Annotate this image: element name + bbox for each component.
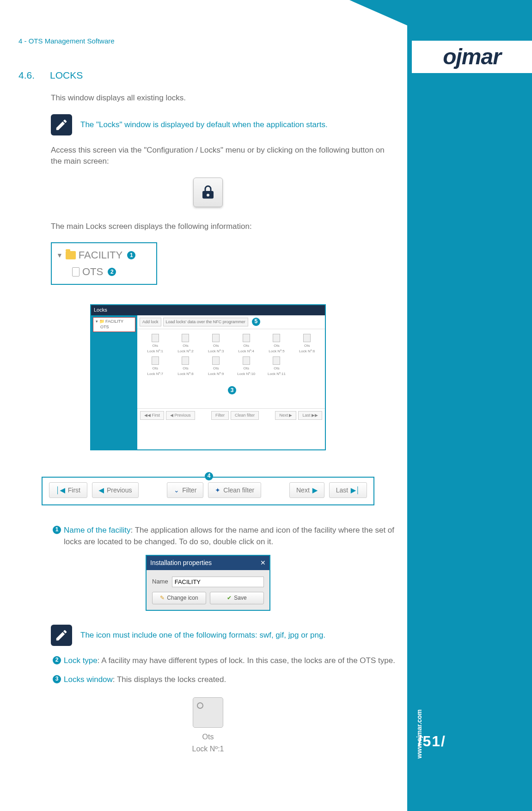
tree-expand-icon: ▼ — [56, 251, 63, 260]
lock-item[interactable]: OtsLock Nº:8 — [172, 356, 199, 376]
lock-item[interactable]: OtsLock Nº:4 — [233, 334, 260, 354]
callout-5-badge: 5 — [252, 318, 260, 326]
mock-filter-button[interactable]: Filter — [211, 411, 229, 420]
mock-clean-button[interactable]: Clean filter — [231, 411, 259, 420]
locks-window-sidebar: ▾ 📁 FACILITY OTS — [91, 315, 137, 449]
locks-window-nav: ◀◀ First ◀ Previous Filter Clean filter … — [137, 408, 325, 422]
brand-logo-text: ojmar — [443, 41, 501, 73]
close-icon[interactable]: ✕ — [260, 558, 266, 567]
bullet-3-badge: 3 — [53, 675, 61, 683]
note-icon — [51, 114, 72, 135]
bullet-2-badge: 2 — [53, 656, 61, 664]
check-icon: ✔ — [227, 594, 232, 602]
lock-item[interactable]: OtsLock Nº:7 — [142, 356, 169, 376]
lock-item[interactable]: OtsLock Nº:9 — [202, 356, 229, 376]
section-title: LOCKS — [50, 70, 83, 80]
installation-properties-dialog: Installation properties ✕ Name ✎Change i… — [146, 555, 270, 611]
bullet-2: 2 Lock type: A facility may have differe… — [51, 655, 397, 667]
lock-item[interactable]: OtsLock Nº:2 — [172, 334, 199, 354]
bullet-3-text: : This displays the locks created. — [113, 675, 226, 684]
callout-4-badge: 4 — [205, 472, 213, 480]
mock-prev-button[interactable]: ◀ Previous — [166, 411, 195, 420]
change-icon-button[interactable]: ✎Change icon — [152, 592, 206, 604]
clean-icon: ✦ — [215, 485, 220, 495]
bullet-1-label: Name of the facility — [64, 526, 131, 535]
mock-next-button[interactable]: Next ▶ — [275, 411, 296, 420]
note-icon — [51, 625, 72, 646]
page-number: /51/ — [418, 731, 446, 752]
bullet-3: 3 Locks window: This displays the locks … — [51, 674, 397, 686]
mock-tree-facility: ▾ 📁 FACILITY — [96, 319, 133, 325]
lock-item[interactable]: OtsLock Nº:1 — [142, 334, 169, 354]
name-label: Name — [152, 578, 168, 586]
dialog-title: Installation properties — [150, 558, 212, 567]
locks-toolbar-button[interactable] — [193, 178, 223, 207]
section-heading: 4.6.LOCKS — [18, 68, 397, 82]
mock-last-button[interactable]: Last ▶▶ — [298, 411, 322, 420]
locks-grid: OtsLock Nº:1OtsLock Nº:2OtsLock Nº:3OtsL… — [137, 329, 325, 381]
note-1-text: The "Locks" window is displayed by defau… — [80, 119, 328, 131]
mock-tree-ots: OTS — [96, 325, 133, 330]
tree-facility-label: FACILITY — [79, 248, 122, 263]
lock-item[interactable]: OtsLock Nº:6 — [294, 334, 320, 354]
funnel-icon: ⌄ — [174, 485, 179, 495]
breadcrumb: 4 - OTS Management Software — [18, 36, 397, 46]
add-lock-button[interactable]: Add lock — [140, 318, 161, 326]
lock-item[interactable]: OtsLock Nº:10 — [233, 356, 260, 376]
single-lock-number: Lock Nº:1 — [18, 743, 397, 754]
clean-filter-button[interactable]: ✦Clean filter — [208, 482, 261, 498]
bullet-1-badge: 1 — [53, 526, 61, 534]
bullet-2-label: Lock type — [64, 656, 98, 665]
access-text: Access this screen via the "Configuratio… — [51, 145, 397, 167]
lock-item[interactable]: OtsLock Nº:11 — [263, 356, 290, 376]
brand-logo: ojmar — [412, 41, 532, 73]
load-locks-button[interactable]: Load locks' data over the NFC programmer — [163, 318, 248, 326]
callout-2-badge: 2 — [108, 268, 116, 276]
locks-window-figure: Locks ▾ 📁 FACILITY OTS Add lock Load loc… — [90, 304, 326, 450]
single-lock-type: Ots — [18, 731, 397, 742]
pencil-icon: ✎ — [160, 594, 165, 602]
filter-button[interactable]: ⌄Filter — [167, 482, 203, 498]
main-info-text: The main Locks screen displays the follo… — [51, 221, 397, 233]
first-button[interactable]: │◀First — [49, 482, 87, 498]
save-button[interactable]: ✔Save — [210, 592, 264, 604]
bullet-3-label: Locks window — [64, 675, 113, 684]
facility-tree-figure: ▼ FACILITY 1 OTS 2 — [51, 242, 157, 285]
previous-button[interactable]: ◀Previous — [92, 482, 139, 498]
note-2-text: The icon must include one of the followi… — [80, 630, 325, 641]
single-lock-figure: Ots Lock Nº:1 — [18, 697, 397, 754]
tree-ots-label: OTS — [82, 264, 103, 279]
folder-icon — [66, 251, 76, 259]
right-color-band — [407, 0, 532, 811]
facility-name-input[interactable] — [172, 577, 264, 587]
section-number: 4.6. — [18, 68, 50, 82]
callout-3-badge: 3 — [228, 386, 236, 394]
lock-device-icon — [193, 697, 223, 728]
bullet-1: 1 Name of the facility: The application … — [51, 525, 397, 547]
bullet-2-text: : A facility may have different types of… — [98, 656, 395, 665]
last-button[interactable]: Last▶│ — [329, 482, 367, 498]
mock-first-button[interactable]: ◀◀ First — [140, 411, 164, 420]
page-icon — [72, 267, 79, 276]
lock-item[interactable]: OtsLock Nº:3 — [202, 334, 229, 354]
locks-window-toolbar: Add lock Load locks' data over the NFC p… — [137, 315, 325, 329]
lock-item[interactable]: OtsLock Nº:5 — [263, 334, 290, 354]
callout-1-badge: 1 — [127, 251, 135, 259]
intro-text: This window displays all existing locks. — [51, 92, 397, 104]
locks-window-titlebar: Locks — [91, 305, 325, 315]
next-button[interactable]: Next▶ — [289, 482, 324, 498]
